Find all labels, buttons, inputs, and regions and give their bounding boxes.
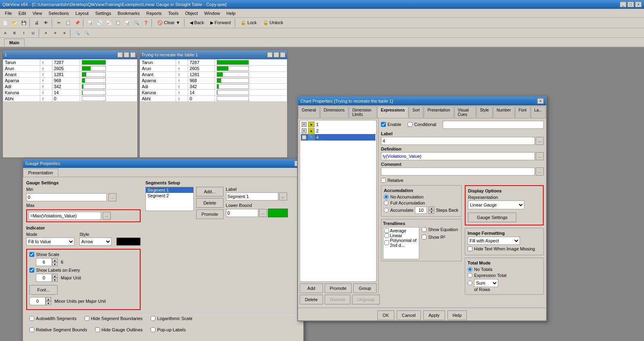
tb2-2[interactable]: B xyxy=(10,29,19,37)
autowidth-check[interactable] xyxy=(29,316,34,321)
table-row[interactable]: Abhi↑0 xyxy=(140,96,287,102)
table-row[interactable]: Adi↑342 xyxy=(3,84,137,90)
menu-edit[interactable]: Edit xyxy=(15,10,29,17)
minimize-btn[interactable]: _ xyxy=(620,2,626,7)
menu-window[interactable]: Window xyxy=(201,10,223,17)
menu-tools[interactable]: Tools xyxy=(165,10,182,17)
enable-check[interactable] xyxy=(381,122,386,127)
hide-boundaries-check[interactable] xyxy=(85,316,89,321)
tb-open[interactable]: 📂 xyxy=(10,19,19,27)
chart-tab-style[interactable]: Style xyxy=(476,106,493,118)
panel-ctrl-xl-1[interactable]: XL xyxy=(117,52,123,58)
table-row[interactable]: Tarun↑7287 xyxy=(140,60,287,66)
definition-input[interactable] xyxy=(381,152,535,160)
table-row[interactable]: Tarun↑7287 xyxy=(3,60,137,66)
panel-ctrl-max-1[interactable]: □ xyxy=(130,52,136,58)
table-row[interactable]: Karuna↑14 xyxy=(140,90,287,96)
chart-tab-la[interactable]: La... xyxy=(531,106,546,118)
expr-item-2[interactable]: + ■ 2 xyxy=(301,128,375,134)
chart-tab-number[interactable]: Number xyxy=(493,106,515,118)
conditional-check[interactable] xyxy=(408,122,412,127)
comment-input[interactable] xyxy=(381,167,535,176)
major-unit-input[interactable] xyxy=(36,274,52,282)
no-totals-radio[interactable] xyxy=(468,267,472,272)
chart-tab-font[interactable]: Font xyxy=(515,106,530,118)
max-browse-btn[interactable]: ... xyxy=(103,212,111,220)
tb2-8[interactable]: 🔍 xyxy=(73,29,82,37)
chart-cancel-btn[interactable]: Cancel xyxy=(397,310,421,320)
tb-chart3[interactable]: 📈 xyxy=(104,19,113,27)
major-unit-up[interactable]: ▲ xyxy=(52,274,58,278)
comment-browse-btn[interactable]: ... xyxy=(536,167,544,176)
chart-tab-sort[interactable]: Sort xyxy=(409,106,423,118)
mode-select[interactable]: Fill to Value Pointer xyxy=(26,238,75,246)
color-swatch[interactable] xyxy=(116,238,141,246)
expr-item-1[interactable]: + ■ 1 xyxy=(301,121,375,128)
tb-chart7[interactable]: ❓ xyxy=(141,19,150,27)
lower-bound-color[interactable] xyxy=(268,209,288,217)
tb-lock[interactable]: 🔒 Lock xyxy=(238,19,259,27)
no-accum-radio[interactable] xyxy=(384,194,389,199)
add-segment-btn[interactable]: Add... xyxy=(196,187,224,196)
menu-settings[interactable]: Settings xyxy=(92,10,114,17)
label-input[interactable] xyxy=(381,137,535,145)
delete-segment-btn[interactable]: Delete xyxy=(196,198,224,208)
show-labels-check[interactable] xyxy=(29,268,34,273)
label-browse-btn[interactable]: ... xyxy=(536,137,544,145)
show-r2-check[interactable] xyxy=(422,235,427,240)
expand-2[interactable]: + xyxy=(302,128,306,133)
trendline-poly-check[interactable] xyxy=(384,240,389,245)
popup-labels-check[interactable] xyxy=(151,327,155,332)
menu-help[interactable]: Help xyxy=(223,10,239,17)
trendline-avg-check[interactable] xyxy=(384,228,389,233)
tb-new[interactable]: 📄 xyxy=(1,19,10,27)
tb2-6[interactable]: ≡ xyxy=(51,29,60,37)
min-browse-btn[interactable]: ... xyxy=(108,193,116,201)
hide-text-check[interactable] xyxy=(468,246,472,251)
segment-label-btn[interactable]: ... xyxy=(279,192,287,200)
table-row[interactable]: Arun↑2605 xyxy=(3,66,137,72)
tb2-9[interactable]: 🔍 xyxy=(82,29,91,37)
trendline-linear-check[interactable] xyxy=(384,233,389,238)
chart-tab-dimlimits[interactable]: Dimension Limits xyxy=(349,106,377,118)
menu-object[interactable]: Object xyxy=(182,10,201,17)
chart-ok-btn[interactable]: OK xyxy=(377,310,394,320)
tb2-3[interactable]: I xyxy=(19,29,28,37)
image-fmt-select[interactable]: Fill with Aspect Stretch Fill xyxy=(468,237,520,245)
menu-selections[interactable]: Selections xyxy=(45,10,72,17)
segment-item-2[interactable]: Segment 2 xyxy=(146,193,193,198)
minor-units-up[interactable]: ▲ xyxy=(46,297,51,301)
tb-unlock[interactable]: 🔓 Unlock xyxy=(260,19,286,27)
segment-item-1[interactable]: Segment 1 xyxy=(146,187,193,193)
chart-tab-dimensions[interactable]: Dimensions xyxy=(320,106,348,118)
gauge-tab-presentation[interactable]: Presentation xyxy=(23,169,58,177)
expand-1[interactable]: + xyxy=(302,122,306,127)
tb2-1[interactable]: A xyxy=(1,29,10,37)
table-row[interactable]: Adi↑342 xyxy=(140,84,287,90)
table-row[interactable]: Aparna↑968 xyxy=(140,78,287,84)
table-row[interactable]: Abhi↑0 xyxy=(3,96,137,102)
menu-layout[interactable]: Layout xyxy=(72,10,92,17)
steps-input[interactable] xyxy=(415,207,427,214)
chart-help-btn[interactable]: Help xyxy=(447,310,467,320)
expr-item-4[interactable]: + 🔧 4 xyxy=(301,134,375,141)
relative-bounds-check[interactable] xyxy=(29,327,34,332)
promote-segment-btn[interactable]: Promote xyxy=(196,209,224,219)
chart-tab-expressions[interactable]: Expressions xyxy=(377,106,408,118)
show-equation-check[interactable] xyxy=(422,227,427,232)
tb-paste[interactable]: 📌 xyxy=(73,19,82,27)
tb-chart5[interactable]: 📊 xyxy=(123,19,132,27)
style-select[interactable]: Arrow xyxy=(79,238,112,246)
steps-down[interactable]: ▼ xyxy=(429,210,434,214)
tb-save[interactable]: 💾 xyxy=(19,19,28,27)
table-row[interactable]: Anant↑1281 xyxy=(3,72,137,78)
representation-select[interactable]: Linear Gauge Bar Line xyxy=(468,200,524,209)
expand-4[interactable]: + xyxy=(302,135,306,140)
minor-units-down[interactable]: ▼ xyxy=(46,301,51,305)
sum-select[interactable]: Sum xyxy=(474,279,498,287)
chart-tab-general[interactable]: General xyxy=(298,106,320,118)
major-unit-down[interactable]: ▼ xyxy=(52,278,58,282)
font-btn[interactable]: Font... xyxy=(29,285,58,295)
menu-bookmarks[interactable]: Bookmarks xyxy=(114,10,143,17)
table-row[interactable]: Aparna↑968 xyxy=(3,78,137,84)
